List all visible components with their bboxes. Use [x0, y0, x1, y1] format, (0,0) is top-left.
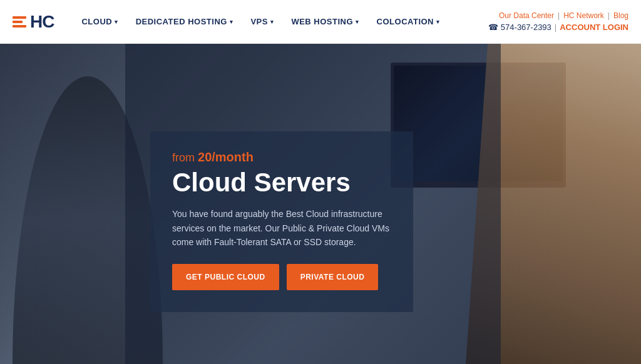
get-public-cloud-button[interactable]: GET PUBLIC CLOUD: [172, 264, 279, 290]
phone-line: ☎ 574-367-2393 | ACCOUNT LOGIN: [488, 23, 628, 32]
chevron-down-icon: ▾: [356, 19, 359, 25]
nav-web-hosting[interactable]: WEB HOSTING ▾: [282, 0, 367, 44]
logo-icon: [13, 16, 26, 28]
nav-cloud[interactable]: CLOUD ▾: [73, 0, 126, 44]
hero-content: from 20/month Cloud Servers You have fou…: [150, 131, 413, 312]
top-links: Our Data Center | HC Network | Blog: [499, 11, 628, 20]
nav-vps[interactable]: VPS ▾: [242, 0, 282, 44]
chevron-down-icon: ▾: [436, 19, 440, 25]
phone-number: ☎ 574-367-2393: [488, 23, 551, 32]
logo-text: HC: [30, 12, 54, 32]
hero-buttons: GET PUBLIC CLOUD PRIVATE CLOUD: [172, 264, 391, 290]
chevron-down-icon: ▾: [270, 19, 274, 25]
header-right: Our Data Center | HC Network | Blog ☎ 57…: [488, 11, 628, 32]
chevron-down-icon: ▾: [230, 19, 233, 25]
hero-title: Cloud Servers: [172, 168, 391, 197]
our-data-center-link[interactable]: Our Data Center: [499, 11, 554, 20]
blog-link[interactable]: Blog: [613, 11, 628, 20]
header: HC CLOUD ▾ DEDICATED HOSTING ▾ VPS ▾ WEB…: [0, 0, 641, 44]
private-cloud-button[interactable]: PRIVATE CLOUD: [287, 264, 379, 290]
account-login-link[interactable]: ACCOUNT LOGIN: [560, 23, 628, 32]
hc-network-link[interactable]: HC Network: [563, 11, 604, 20]
chevron-down-icon: ▾: [115, 19, 118, 25]
nav-dedicated-hosting[interactable]: DEDICATED HOSTING ▾: [127, 0, 242, 44]
nav-colocation[interactable]: COLOCATION ▾: [368, 0, 449, 44]
hero-section: from 20/month Cloud Servers You have fou…: [0, 44, 641, 364]
main-nav: CLOUD ▾ DEDICATED HOSTING ▾ VPS ▾ WEB HO…: [73, 0, 488, 44]
hero-description: You have found arguably the Best Cloud i…: [172, 207, 391, 249]
hero-price-label: from 20/month: [172, 150, 391, 164]
logo[interactable]: HC: [13, 12, 54, 32]
